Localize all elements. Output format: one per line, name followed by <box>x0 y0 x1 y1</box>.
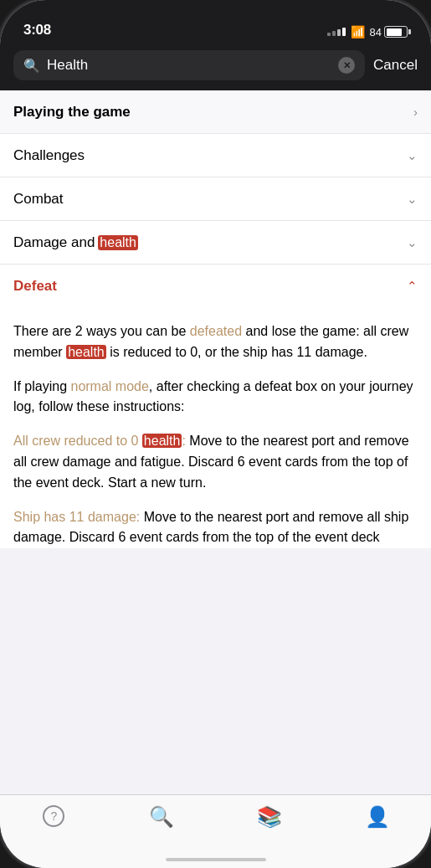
chevron-up-icon: ⌃ <box>407 279 418 294</box>
chevron-down-icon: ⌄ <box>407 148 418 163</box>
menu-item-label-damage: Damage and <box>13 234 95 251</box>
ship-damage-label: Ship has 11 damage: <box>13 510 140 524</box>
status-icons: 📶 84 <box>327 25 408 39</box>
chevron-down-icon-damage: ⌄ <box>407 235 418 250</box>
health-highlight-sh1: health <box>142 434 182 448</box>
search-clear-button[interactable]: ✕ <box>338 57 355 74</box>
tab-search[interactable]: 🔍 <box>136 805 187 829</box>
phone-screen: 3:08 📶 84 🔍 <box>0 0 431 868</box>
menu-list: Playing the game › Challenges ⌄ Combat ⌄… <box>0 90 431 308</box>
profile-icon: 👤 <box>365 805 390 829</box>
subheading-1: All crew reduced to 0 health: Move to th… <box>13 431 418 493</box>
health-highlight: health <box>98 235 138 250</box>
signal-icon <box>327 28 346 36</box>
search-input-container[interactable]: 🔍 Health ✕ <box>13 50 365 80</box>
menu-item-label-challenges: Challenges <box>13 147 85 164</box>
help-icon: ? <box>43 805 64 827</box>
library-icon: 📚 <box>257 805 282 829</box>
wifi-icon: 📶 <box>351 25 365 39</box>
paragraph-2: If playing normal mode, after checking a… <box>13 377 418 419</box>
crew-reduced-label: All crew reduced to 0 <box>13 434 142 448</box>
menu-item-label-combat: Combat <box>13 191 64 208</box>
menu-item-damage-health[interactable]: Damage and health ⌄ <box>0 221 431 265</box>
battery-label: 84 <box>370 26 382 39</box>
menu-item-challenges[interactable]: Challenges ⌄ <box>0 134 431 177</box>
paragraph-1: There are 2 ways you can be defeated and… <box>13 321 418 363</box>
search-value: Health <box>47 57 331 74</box>
defeat-content: There are 2 ways you can be defeated and… <box>0 308 431 548</box>
battery-icon <box>384 26 408 38</box>
phone-frame: 3:08 📶 84 🔍 <box>0 0 431 868</box>
search-icon: 🔍 <box>23 58 40 74</box>
menu-item-playing-the-game[interactable]: Playing the game › <box>0 90 431 134</box>
tab-profile[interactable]: 👤 <box>352 805 403 829</box>
content-area: Playing the game › Challenges ⌄ Combat ⌄… <box>0 90 431 791</box>
menu-item-label-playing: Playing the game <box>13 104 131 121</box>
damage-health-label-container: Damage and health <box>13 234 138 251</box>
defeated-text: defeated <box>190 324 242 338</box>
subheading-2: Ship has 11 damage: Move to the nearest … <box>13 507 418 549</box>
tab-bar: ? 🔍 📚 👤 <box>0 794 431 868</box>
search-tab-icon: 🔍 <box>149 805 174 829</box>
battery-indicator: 84 <box>370 26 408 39</box>
notch <box>149 0 283 27</box>
crew-reduced-colon: : <box>182 434 185 448</box>
clear-icon: ✕ <box>343 61 351 70</box>
search-area: 🔍 Health ✕ Cancel <box>0 44 431 90</box>
menu-item-defeat[interactable]: Defeat ⌃ <box>0 265 431 308</box>
chevron-down-icon-combat: ⌄ <box>407 192 418 207</box>
cancel-button[interactable]: Cancel <box>373 57 418 74</box>
normal-mode-text: normal mode <box>70 379 148 393</box>
home-indicator <box>166 858 266 861</box>
tab-library[interactable]: 📚 <box>244 805 295 829</box>
chevron-right-icon: › <box>413 105 418 119</box>
menu-item-label-defeat: Defeat <box>13 278 57 295</box>
battery-fill <box>387 28 403 36</box>
status-time: 3:08 <box>23 22 51 39</box>
health-highlight-p1: health <box>66 345 106 359</box>
tab-help[interactable]: ? <box>28 805 79 827</box>
menu-item-combat[interactable]: Combat ⌄ <box>0 177 431 221</box>
